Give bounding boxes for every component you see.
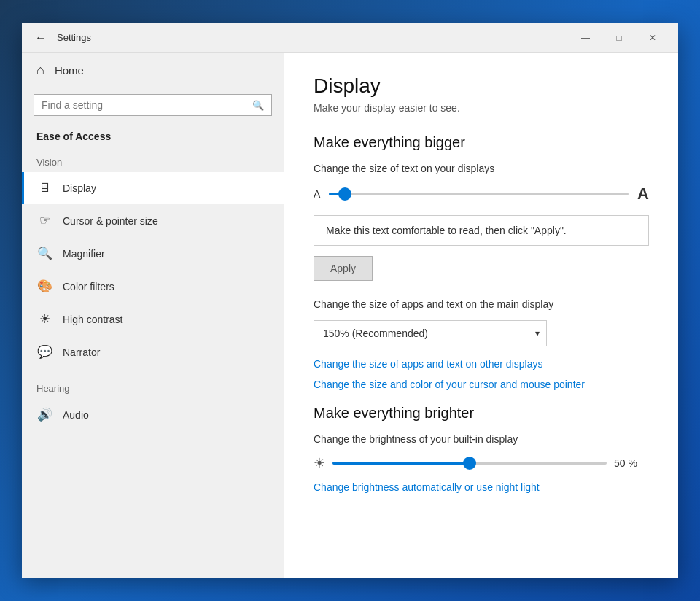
brightness-label: Change the brightness of your built-in d… xyxy=(314,433,649,445)
slider-thumb[interactable] xyxy=(338,187,351,201)
audio-label: Audio xyxy=(63,409,89,421)
high-contrast-label: High contrast xyxy=(63,314,122,325)
scale-dropdown[interactable]: 100% 125% 150% (Recommended) 175% 200% xyxy=(314,320,547,346)
scale-dropdown-wrapper: 100% 125% 150% (Recommended) 175% 200% ▾ xyxy=(314,320,547,346)
cursor-icon: ☞ xyxy=(36,213,52,228)
text-size-slider-track[interactable] xyxy=(329,193,629,195)
sidebar-item-high-contrast[interactable]: ☀ High contrast xyxy=(22,303,284,336)
home-icon: ⌂ xyxy=(36,63,44,78)
text-preview-box: Make this text comfortable to read, then… xyxy=(314,215,649,246)
brightness-slider-track[interactable] xyxy=(332,462,607,465)
apps-size-label: Change the size of apps and text on the … xyxy=(314,298,649,310)
magnifier-icon: 🔍 xyxy=(36,246,52,261)
text-size-slider-row: A A xyxy=(314,185,649,203)
audio-icon: 🔊 xyxy=(36,407,52,422)
close-button[interactable]: ✕ xyxy=(636,23,669,53)
magnifier-label: Magnifier xyxy=(63,248,105,260)
sidebar-item-color-filters[interactable]: 🎨 Color filters xyxy=(22,270,284,303)
cursor-link[interactable]: Change the size and color of your cursor… xyxy=(314,379,649,390)
hearing-section-label: Hearing xyxy=(22,376,284,398)
brightness-fill xyxy=(332,462,470,465)
sidebar-item-narrator[interactable]: 💬 Narrator xyxy=(22,336,284,368)
scale-dropdown-row: 100% 125% 150% (Recommended) 175% 200% ▾ xyxy=(314,320,649,346)
section-brighter-title: Make everything brighter xyxy=(314,405,649,422)
brightness-slider-row: ☀ 50 % xyxy=(314,455,649,471)
window-title: Settings xyxy=(57,32,569,43)
sidebar-item-audio[interactable]: 🔊 Audio xyxy=(22,398,284,431)
vision-section-label: Vision xyxy=(22,150,284,172)
color-filters-icon: 🎨 xyxy=(36,279,52,294)
brightness-value: 50 % xyxy=(614,457,649,469)
sidebar-item-cursor[interactable]: ☞ Cursor & pointer size xyxy=(22,204,284,237)
minimize-button[interactable]: — xyxy=(569,23,602,53)
category-label: Ease of Access xyxy=(22,128,284,150)
settings-window: ← Settings — □ ✕ ⌂ Home 🔍 Ease of Access xyxy=(22,23,678,578)
display-label: Display xyxy=(63,182,96,194)
page-subtitle: Make your display easier to see. xyxy=(314,102,649,114)
brightness-thumb[interactable] xyxy=(463,457,476,470)
apply-button[interactable]: Apply xyxy=(314,256,373,281)
sidebar-item-home[interactable]: ⌂ Home xyxy=(22,53,284,88)
search-box[interactable]: 🔍 xyxy=(34,94,272,116)
night-light-link[interactable]: Change brightness automatically or use n… xyxy=(314,481,649,493)
search-input[interactable] xyxy=(42,99,252,111)
maximize-button[interactable]: □ xyxy=(602,23,636,53)
main-content: ⌂ Home 🔍 Ease of Access Vision 🖥 Display… xyxy=(22,53,678,578)
cursor-label: Cursor & pointer size xyxy=(63,215,158,227)
page-title: Display xyxy=(314,74,649,98)
other-displays-link[interactable]: Change the size of apps and text on othe… xyxy=(314,358,649,370)
color-filters-label: Color filters xyxy=(63,281,114,292)
slider-small-a: A xyxy=(314,188,320,200)
section-bigger-title: Make everything bigger xyxy=(314,134,649,151)
sun-icon: ☀ xyxy=(314,455,325,471)
window-controls: — □ ✕ xyxy=(569,23,669,53)
text-size-label: Change the size of text on your displays xyxy=(314,163,649,174)
slider-large-a: A xyxy=(637,185,649,203)
home-label: Home xyxy=(55,64,84,77)
back-button[interactable]: ← xyxy=(31,28,51,48)
narrator-label: Narrator xyxy=(63,346,100,358)
text-preview-content: Make this text comfortable to read, then… xyxy=(326,225,567,236)
narrator-icon: 💬 xyxy=(36,344,52,360)
sidebar-item-magnifier[interactable]: 🔍 Magnifier xyxy=(22,237,284,270)
search-icon: 🔍 xyxy=(252,100,264,111)
sidebar: ⌂ Home 🔍 Ease of Access Vision 🖥 Display… xyxy=(22,53,284,578)
display-icon: 🖥 xyxy=(36,181,52,195)
sidebar-item-display[interactable]: 🖥 Display xyxy=(22,172,284,204)
high-contrast-icon: ☀ xyxy=(36,311,52,327)
main-panel: Display Make your display easier to see.… xyxy=(284,53,678,578)
title-bar: ← Settings — □ ✕ xyxy=(22,23,678,53)
